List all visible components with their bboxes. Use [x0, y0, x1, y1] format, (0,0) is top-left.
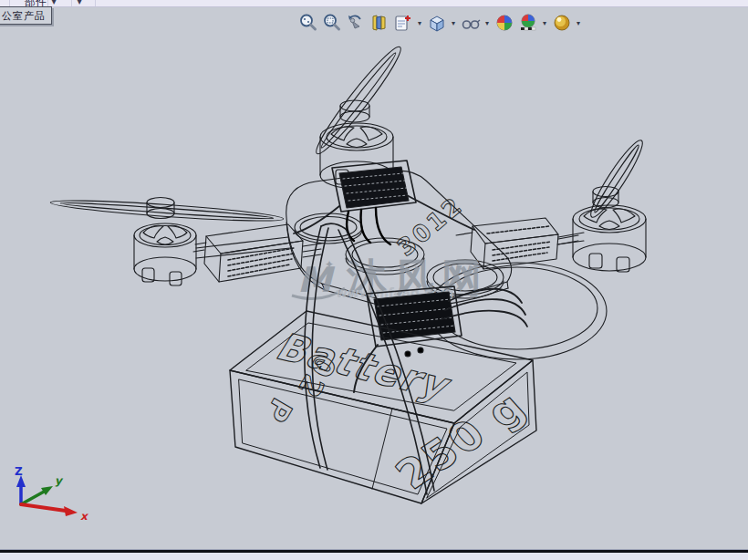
view-orientation-icon[interactable] [426, 13, 447, 34]
configuration-tab[interactable]: 公室产品 [0, 6, 52, 25]
statusbar [0, 553, 748, 560]
section-view-dropdown[interactable]: ▾ [416, 13, 423, 34]
motor-right [573, 205, 646, 272]
edit-appearance-icon[interactable] [493, 13, 514, 34]
zoom-to-fit-icon[interactable] [297, 13, 318, 34]
menu-separator [95, 0, 96, 6]
x-axis-label: x [80, 510, 89, 523]
drone-foreground: Battery 250 g 02 P [230, 161, 536, 503]
menu-dropdown-icon[interactable]: ▼ [51, 0, 57, 5]
section-view-icon[interactable] [392, 13, 413, 34]
menu-separator [9, 0, 10, 6]
z-axis-label: Z [15, 465, 23, 478]
rotate-view-icon[interactable] [345, 13, 366, 34]
propeller-top [310, 42, 408, 160]
x-axis-arrow [64, 506, 78, 516]
orientation-triad: Z y x [15, 465, 89, 523]
watermark-sparkle-icon: ✦ [325, 258, 334, 271]
menu-separator [71, 0, 72, 6]
menu-separator [47, 0, 48, 6]
menu-dropdown-icon[interactable]: ▼ [77, 0, 82, 5]
propeller-left [50, 197, 284, 225]
configuration-tab-label: 公室产品 [2, 9, 46, 23]
heads-up-view-toolbar: ▾ ▾ ▾ [297, 12, 582, 34]
pan-3d-icon[interactable] [369, 13, 390, 34]
view-orientation-dropdown[interactable]: ▾ [450, 13, 457, 34]
view-settings-dropdown[interactable]: ▾ [575, 13, 582, 34]
menu-bar: 部件 ▼ ▼ [0, 0, 748, 7]
apply-scene-dropdown[interactable]: ▾ [541, 13, 548, 34]
motor-left [134, 223, 196, 285]
zoom-to-area-icon[interactable] [321, 13, 342, 34]
view-settings-icon[interactable] [551, 13, 572, 34]
cad-viewport[interactable]: 3012 [0, 0, 748, 560]
battery-side-letter: P [258, 392, 299, 428]
y-axis-label: y [55, 474, 64, 487]
apply-scene-icon[interactable] [517, 13, 538, 34]
display-style-dropdown[interactable]: ▾ [483, 13, 491, 34]
display-style-icon[interactable] [460, 13, 481, 34]
